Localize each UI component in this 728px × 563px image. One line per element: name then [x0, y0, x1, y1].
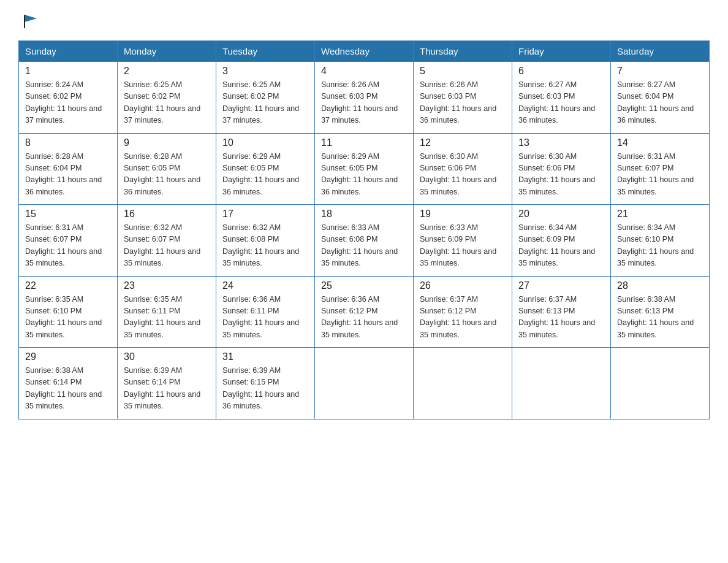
day-number: 26 [420, 280, 506, 291]
calendar-cell: 29Sunrise: 6:38 AMSunset: 6:14 PMDayligh… [19, 348, 118, 419]
day-number: 5 [420, 66, 506, 77]
calendar-cell: 15Sunrise: 6:31 AMSunset: 6:07 PMDayligh… [19, 205, 118, 277]
calendar-cell: 12Sunrise: 6:30 AMSunset: 6:06 PMDayligh… [414, 133, 512, 205]
day-info: Sunrise: 6:34 AMSunset: 6:09 PMDaylight:… [518, 222, 604, 270]
day-number: 25 [321, 280, 407, 291]
weekday-header-saturday: Saturday [611, 41, 710, 62]
calendar-cell: 25Sunrise: 6:36 AMSunset: 6:12 PMDayligh… [315, 276, 414, 348]
logo-flag-icon [22, 12, 39, 29]
calendar-cell: 30Sunrise: 6:39 AMSunset: 6:14 PMDayligh… [118, 348, 216, 419]
day-info: Sunrise: 6:39 AMSunset: 6:15 PMDaylight:… [222, 365, 308, 413]
calendar-table: SundayMondayTuesdayWednesdayThursdayFrid… [18, 40, 710, 419]
day-info: Sunrise: 6:35 AMSunset: 6:11 PMDaylight:… [124, 294, 210, 342]
day-number: 13 [518, 137, 604, 148]
day-number: 21 [617, 209, 703, 220]
day-info: Sunrise: 6:38 AMSunset: 6:13 PMDaylight:… [617, 294, 703, 342]
day-info: Sunrise: 6:36 AMSunset: 6:12 PMDaylight:… [321, 294, 407, 342]
day-number: 2 [124, 66, 210, 77]
calendar-cell: 11Sunrise: 6:29 AMSunset: 6:05 PMDayligh… [315, 133, 414, 205]
day-number: 12 [420, 137, 506, 148]
calendar-cell: 27Sunrise: 6:37 AMSunset: 6:13 PMDayligh… [512, 276, 611, 348]
weekday-header-thursday: Thursday [414, 41, 512, 62]
day-info: Sunrise: 6:30 AMSunset: 6:06 PMDaylight:… [518, 151, 604, 199]
day-info: Sunrise: 6:38 AMSunset: 6:14 PMDaylight:… [25, 365, 111, 413]
day-number: 4 [321, 66, 407, 77]
day-info: Sunrise: 6:24 AMSunset: 6:02 PMDaylight:… [25, 79, 111, 127]
day-info: Sunrise: 6:32 AMSunset: 6:08 PMDaylight:… [222, 222, 308, 270]
day-number: 20 [518, 209, 604, 220]
calendar-cell: 24Sunrise: 6:36 AMSunset: 6:11 PMDayligh… [216, 276, 315, 348]
day-info: Sunrise: 6:33 AMSunset: 6:08 PMDaylight:… [321, 222, 407, 270]
day-number: 18 [321, 209, 407, 220]
day-info: Sunrise: 6:25 AMSunset: 6:02 PMDaylight:… [124, 79, 210, 127]
day-info: Sunrise: 6:28 AMSunset: 6:04 PMDaylight:… [25, 151, 111, 199]
calendar-cell: 2Sunrise: 6:25 AMSunset: 6:02 PMDaylight… [118, 62, 216, 134]
calendar-week-row: 1Sunrise: 6:24 AMSunset: 6:02 PMDaylight… [19, 62, 710, 134]
day-number: 31 [222, 351, 308, 362]
calendar-week-row: 15Sunrise: 6:31 AMSunset: 6:07 PMDayligh… [19, 205, 710, 277]
day-number: 3 [222, 66, 308, 77]
day-number: 19 [420, 209, 506, 220]
day-info: Sunrise: 6:32 AMSunset: 6:07 PMDaylight:… [124, 222, 210, 270]
calendar-cell: 17Sunrise: 6:32 AMSunset: 6:08 PMDayligh… [216, 205, 315, 277]
day-info: Sunrise: 6:29 AMSunset: 6:05 PMDaylight:… [321, 151, 407, 199]
day-info: Sunrise: 6:27 AMSunset: 6:03 PMDaylight:… [518, 79, 604, 127]
day-number: 6 [518, 66, 604, 77]
calendar-cell: 23Sunrise: 6:35 AMSunset: 6:11 PMDayligh… [118, 276, 216, 348]
calendar-cell: 8Sunrise: 6:28 AMSunset: 6:04 PMDaylight… [19, 133, 118, 205]
calendar-cell: 14Sunrise: 6:31 AMSunset: 6:07 PMDayligh… [611, 133, 710, 205]
calendar-week-row: 22Sunrise: 6:35 AMSunset: 6:10 PMDayligh… [19, 276, 710, 348]
day-info: Sunrise: 6:37 AMSunset: 6:12 PMDaylight:… [420, 294, 506, 342]
calendar-cell: 5Sunrise: 6:26 AMSunset: 6:03 PMDaylight… [414, 62, 512, 134]
day-number: 29 [25, 351, 111, 362]
day-number: 15 [25, 209, 111, 220]
weekday-header-tuesday: Tuesday [216, 41, 315, 62]
day-info: Sunrise: 6:26 AMSunset: 6:03 PMDaylight:… [420, 79, 506, 127]
day-info: Sunrise: 6:33 AMSunset: 6:09 PMDaylight:… [420, 222, 506, 270]
day-info: Sunrise: 6:27 AMSunset: 6:04 PMDaylight:… [617, 79, 703, 127]
day-number: 30 [124, 351, 210, 362]
calendar-cell: 13Sunrise: 6:30 AMSunset: 6:06 PMDayligh… [512, 133, 611, 205]
calendar-cell: 10Sunrise: 6:29 AMSunset: 6:05 PMDayligh… [216, 133, 315, 205]
day-number: 7 [617, 66, 703, 77]
calendar-cell [414, 348, 512, 419]
day-info: Sunrise: 6:31 AMSunset: 6:07 PMDaylight:… [25, 222, 111, 270]
page-header [18, 12, 710, 29]
calendar-cell: 19Sunrise: 6:33 AMSunset: 6:09 PMDayligh… [414, 205, 512, 277]
calendar-cell: 20Sunrise: 6:34 AMSunset: 6:09 PMDayligh… [512, 205, 611, 277]
day-number: 14 [617, 137, 703, 148]
calendar-cell: 18Sunrise: 6:33 AMSunset: 6:08 PMDayligh… [315, 205, 414, 277]
day-info: Sunrise: 6:34 AMSunset: 6:10 PMDaylight:… [617, 222, 703, 270]
calendar-cell: 9Sunrise: 6:28 AMSunset: 6:05 PMDaylight… [118, 133, 216, 205]
day-info: Sunrise: 6:39 AMSunset: 6:14 PMDaylight:… [124, 365, 210, 413]
day-info: Sunrise: 6:28 AMSunset: 6:05 PMDaylight:… [124, 151, 210, 199]
day-info: Sunrise: 6:26 AMSunset: 6:03 PMDaylight:… [321, 79, 407, 127]
day-number: 27 [518, 280, 604, 291]
day-number: 9 [124, 137, 210, 148]
day-info: Sunrise: 6:35 AMSunset: 6:10 PMDaylight:… [25, 294, 111, 342]
weekday-header-friday: Friday [512, 41, 611, 62]
day-number: 17 [222, 209, 308, 220]
calendar-cell: 31Sunrise: 6:39 AMSunset: 6:15 PMDayligh… [216, 348, 315, 419]
calendar-cell: 1Sunrise: 6:24 AMSunset: 6:02 PMDaylight… [19, 62, 118, 134]
day-number: 23 [124, 280, 210, 291]
calendar-week-row: 8Sunrise: 6:28 AMSunset: 6:04 PMDaylight… [19, 133, 710, 205]
calendar-cell [315, 348, 414, 419]
day-info: Sunrise: 6:31 AMSunset: 6:07 PMDaylight:… [617, 151, 703, 199]
day-number: 8 [25, 137, 111, 148]
weekday-header-sunday: Sunday [19, 41, 118, 62]
day-info: Sunrise: 6:30 AMSunset: 6:06 PMDaylight:… [420, 151, 506, 199]
calendar-cell: 22Sunrise: 6:35 AMSunset: 6:10 PMDayligh… [19, 276, 118, 348]
day-info: Sunrise: 6:29 AMSunset: 6:05 PMDaylight:… [222, 151, 308, 199]
calendar-header-row: SundayMondayTuesdayWednesdayThursdayFrid… [19, 41, 710, 62]
calendar-cell: 21Sunrise: 6:34 AMSunset: 6:10 PMDayligh… [611, 205, 710, 277]
day-number: 16 [124, 209, 210, 220]
day-number: 24 [222, 280, 308, 291]
calendar-cell: 16Sunrise: 6:32 AMSunset: 6:07 PMDayligh… [118, 205, 216, 277]
day-number: 28 [617, 280, 703, 291]
day-number: 11 [321, 137, 407, 148]
day-info: Sunrise: 6:25 AMSunset: 6:02 PMDaylight:… [222, 79, 308, 127]
day-info: Sunrise: 6:36 AMSunset: 6:11 PMDaylight:… [222, 294, 308, 342]
calendar-cell: 26Sunrise: 6:37 AMSunset: 6:12 PMDayligh… [414, 276, 512, 348]
day-number: 10 [222, 137, 308, 148]
